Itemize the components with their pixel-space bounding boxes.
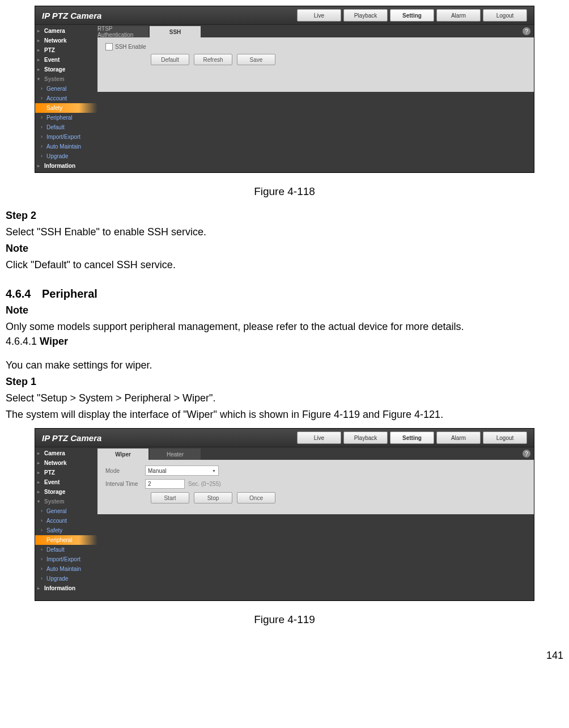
sidebar-item-storage[interactable]: Storage <box>35 65 97 74</box>
top-btn-setting[interactable]: Setting <box>390 9 434 22</box>
tab-rtsp-auth[interactable]: RTSP Authentication <box>97 26 148 37</box>
section-title: Peripheral <box>42 287 97 300</box>
topbar: IP PTZ Camera Live Playback Setting Alar… <box>35 429 534 447</box>
sidebar-item-general[interactable]: General <box>35 506 97 516</box>
top-btn-alarm[interactable]: Alarm <box>436 9 481 22</box>
sidebar-item-system[interactable]: System <box>35 74 97 84</box>
sidebar-item-ptz[interactable]: PTZ <box>35 468 97 477</box>
top-btn-playback[interactable]: Playback <box>343 431 388 444</box>
sidebar-item-camera[interactable]: Camera <box>35 26 97 36</box>
step1-text2: The system will display the interface of… <box>6 407 563 422</box>
sidebar-item-information[interactable]: Information <box>35 161 97 171</box>
sidebar-item-safety[interactable]: Safety <box>35 526 97 535</box>
sidebar-item-safety[interactable]: Safety <box>35 103 97 113</box>
sidebar-item-peripheral[interactable]: Peripheral <box>35 113 97 122</box>
section-number: 4.6.4 <box>6 287 42 300</box>
save-button[interactable]: Save <box>237 54 275 65</box>
subsection: 4.6.4.1 Wiper <box>6 336 563 348</box>
screenshot-wiper-settings: IP PTZ Camera Live Playback Setting Alar… <box>35 428 534 601</box>
page-number: 141 <box>6 636 563 666</box>
subsection-title: Wiper <box>40 336 68 347</box>
interval-input[interactable]: 2 <box>145 479 185 489</box>
sidebar-item-upgrade[interactable]: Upgrade <box>35 574 97 583</box>
section-heading: 4.6.4Peripheral <box>6 287 563 300</box>
sidebar-item-general[interactable]: General <box>35 84 97 94</box>
note2-text: Only some models support peripheral mana… <box>6 321 464 332</box>
top-btn-setting[interactable]: Setting <box>390 431 434 444</box>
tab-heater[interactable]: Heater <box>150 448 201 460</box>
refresh-button[interactable]: Refresh <box>194 54 232 65</box>
sidebar-item-account[interactable]: Account <box>35 94 97 103</box>
ssh-enable-checkbox[interactable] <box>105 43 113 50</box>
note1-label: Note <box>6 241 563 256</box>
sidebar-item-information[interactable]: Information <box>35 583 97 593</box>
tabs: RTSP Authentication SSH <box>97 25 534 37</box>
figure-caption-1: Figure 4-118 <box>6 185 563 198</box>
screenshot-ssh-settings: IP PTZ Camera Live Playback Setting Alar… <box>35 6 534 173</box>
sidebar-item-importexport[interactable]: Import/Export <box>35 132 97 142</box>
sidebar-item-storage[interactable]: Storage <box>35 487 97 497</box>
tab-wiper[interactable]: Wiper <box>97 448 148 460</box>
sidebar-item-camera[interactable]: Camera <box>35 448 97 458</box>
sidebar: Camera Network PTZ Event Storage System … <box>35 25 97 172</box>
sidebar-item-default[interactable]: Default <box>35 122 97 132</box>
sidebar-item-peripheral[interactable]: Peripheral <box>35 535 97 545</box>
sidebar-item-system[interactable]: System <box>35 497 97 506</box>
tabs: Wiper Heater <box>97 447 534 460</box>
sidebar-item-event[interactable]: Event <box>35 55 97 65</box>
once-button[interactable]: Once <box>237 492 275 503</box>
top-btn-live[interactable]: Live <box>297 9 341 22</box>
help-icon[interactable]: ? <box>523 450 530 458</box>
note1-text: Click "Default" to cancel SSH service. <box>6 259 176 270</box>
sidebar-item-network[interactable]: Network <box>35 458 97 468</box>
interval-hint: Sec. (0~255) <box>188 481 221 487</box>
interval-label: Interval Time <box>105 481 145 487</box>
mode-select[interactable]: Manual <box>145 465 219 476</box>
logo: IP PTZ Camera <box>35 11 101 20</box>
sidebar-item-account[interactable]: Account <box>35 516 97 526</box>
top-btn-alarm[interactable]: Alarm <box>436 431 481 444</box>
sidebar-item-default[interactable]: Default <box>35 545 97 555</box>
note2-label: Note <box>6 303 563 318</box>
sidebar-item-event[interactable]: Event <box>35 477 97 487</box>
panel-ssh: SSH Enable Default Refresh Save <box>97 37 534 92</box>
help-icon[interactable]: ? <box>523 27 530 35</box>
sidebar-item-automaintain[interactable]: Auto Maintain <box>35 142 97 151</box>
sidebar-item-automaintain[interactable]: Auto Maintain <box>35 564 97 574</box>
stop-button[interactable]: Stop <box>194 492 232 503</box>
panel-wiper: Mode Manual Interval Time 2 Sec. (0~255)… <box>97 460 534 514</box>
topbar: IP PTZ Camera Live Playback Setting Alar… <box>35 6 534 25</box>
mode-label: Mode <box>105 468 145 474</box>
subsection-number: 4.6.4.1 <box>6 336 37 347</box>
sidebar-item-importexport[interactable]: Import/Export <box>35 555 97 564</box>
top-btn-logout[interactable]: Logout <box>483 9 527 22</box>
top-btn-live[interactable]: Live <box>297 431 341 444</box>
tab-ssh[interactable]: SSH <box>150 26 201 37</box>
top-btn-logout[interactable]: Logout <box>483 431 527 444</box>
sidebar-item-upgrade[interactable]: Upgrade <box>35 151 97 161</box>
logo: IP PTZ Camera <box>35 433 101 443</box>
top-btn-playback[interactable]: Playback <box>343 9 388 22</box>
sidebar: Camera Network PTZ Event Storage System … <box>35 447 97 600</box>
ssh-enable-label: SSH Enable <box>115 44 146 50</box>
start-button[interactable]: Start <box>151 492 189 503</box>
step1-text: Select "Setup > System > Peripheral > Wi… <box>6 391 563 406</box>
step2-text: Select "SSH Enable" to enable SSH servic… <box>6 225 563 240</box>
sidebar-item-network[interactable]: Network <box>35 36 97 45</box>
wiper-intro: You can make settings for wiper. <box>6 358 563 373</box>
sidebar-item-ptz[interactable]: PTZ <box>35 45 97 55</box>
step2-heading: Step 2 <box>6 208 563 223</box>
figure-caption-2: Figure 4-119 <box>6 613 563 626</box>
step1-heading: Step 1 <box>6 374 563 390</box>
default-button[interactable]: Default <box>151 54 189 65</box>
